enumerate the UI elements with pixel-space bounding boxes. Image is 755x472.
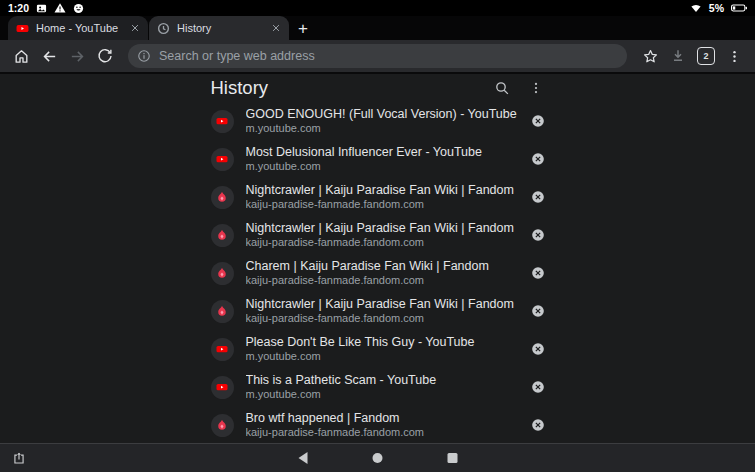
history-item-title: Nightcrawler | Kaiju Paradise Fan Wiki |… bbox=[246, 297, 519, 312]
remove-item-button[interactable] bbox=[531, 266, 545, 280]
remove-item-button[interactable] bbox=[531, 190, 545, 204]
history-item-text: Please Don't Be Like This Guy - YouTube … bbox=[246, 335, 519, 363]
history-item-title: Please Don't Be Like This Guy - YouTube bbox=[246, 335, 519, 350]
nav-recents-button[interactable] bbox=[447, 453, 457, 463]
history-item[interactable]: Please Don't Be Like This Guy - YouTube … bbox=[200, 330, 556, 368]
history-item-url: m.youtube.com bbox=[246, 388, 519, 401]
tab-title: Home - YouTube bbox=[36, 22, 122, 34]
history-item-url: m.youtube.com bbox=[246, 122, 519, 135]
omnibox-placeholder: Search or type web address bbox=[159, 49, 315, 63]
history-item-title: GOOD ENOUGH! (Full Vocal Version) - YouT… bbox=[246, 107, 519, 122]
browser-toolbar: Search or type web address 2 bbox=[0, 40, 755, 72]
fandom-flame-icon bbox=[216, 267, 228, 279]
history-item-url: m.youtube.com bbox=[246, 350, 519, 363]
tab-count-badge: 2 bbox=[697, 47, 715, 65]
status-bar-left: 1:20 bbox=[8, 2, 84, 14]
history-item-url: kaiju-paradise-fanmade.fandom.com bbox=[246, 274, 519, 287]
tab-history[interactable]: History bbox=[149, 16, 289, 40]
youtube-favicon bbox=[15, 21, 29, 35]
history-item-text: This is a Pathetic Scam - YouTube m.yout… bbox=[246, 373, 519, 401]
history-header-actions bbox=[493, 79, 545, 97]
site-favicon bbox=[211, 338, 234, 361]
history-item[interactable]: This is a Pathetic Scam - YouTube m.yout… bbox=[200, 368, 556, 406]
history-list: GOOD ENOUGH! (Full Vocal Version) - YouT… bbox=[200, 102, 556, 443]
tab-switcher-button[interactable]: 2 bbox=[693, 43, 719, 69]
history-item-url: m.youtube.com bbox=[246, 160, 519, 173]
nav-buttons bbox=[298, 452, 457, 464]
warning-notification-icon bbox=[54, 2, 66, 14]
share-screenshot-icon[interactable] bbox=[12, 451, 26, 465]
history-item-text: Nightcrawler | Kaiju Paradise Fan Wiki |… bbox=[246, 183, 519, 211]
home-button[interactable] bbox=[8, 43, 34, 69]
history-item-text: GOOD ENOUGH! (Full Vocal Version) - YouT… bbox=[246, 107, 519, 135]
remove-item-button[interactable] bbox=[531, 228, 545, 242]
youtube-icon bbox=[216, 343, 228, 355]
status-bar-right: 5% bbox=[690, 2, 747, 14]
battery-percent-text: 5% bbox=[709, 2, 724, 14]
screenshot-notification-icon bbox=[36, 3, 47, 14]
site-favicon bbox=[211, 376, 234, 399]
remove-item-button[interactable] bbox=[531, 418, 545, 432]
remove-item-button[interactable] bbox=[531, 304, 545, 318]
bookmark-star-button[interactable] bbox=[637, 43, 663, 69]
history-item-text: Most Delusional Influencer Ever - YouTub… bbox=[246, 145, 519, 173]
tab-close-icon[interactable] bbox=[129, 22, 141, 34]
history-item[interactable]: Nightcrawler | Kaiju Paradise Fan Wiki |… bbox=[200, 216, 556, 254]
history-item-title: This is a Pathetic Scam - YouTube bbox=[246, 373, 519, 388]
remove-item-button[interactable] bbox=[531, 114, 545, 128]
remove-item-button[interactable] bbox=[531, 380, 545, 394]
history-item-text: Charem | Kaiju Paradise Fan Wiki | Fando… bbox=[246, 259, 519, 287]
youtube-icon bbox=[216, 381, 228, 393]
history-item-url: kaiju-paradise-fanmade.fandom.com bbox=[246, 312, 519, 325]
clock-text: 1:20 bbox=[8, 2, 29, 14]
site-favicon bbox=[211, 186, 234, 209]
site-favicon bbox=[211, 224, 234, 247]
page-info-icon[interactable] bbox=[137, 49, 151, 63]
history-item-text: Nightcrawler | Kaiju Paradise Fan Wiki |… bbox=[246, 221, 519, 249]
history-item[interactable]: Charem | Kaiju Paradise Fan Wiki | Fando… bbox=[200, 254, 556, 292]
history-item-text: Nightcrawler | Kaiju Paradise Fan Wiki |… bbox=[246, 297, 519, 325]
back-button[interactable] bbox=[36, 43, 62, 69]
history-more-menu-icon[interactable] bbox=[527, 79, 545, 97]
wifi-icon bbox=[690, 2, 702, 14]
history-item[interactable]: Most Delusional Influencer Ever - YouTub… bbox=[200, 140, 556, 178]
forward-button[interactable] bbox=[64, 43, 90, 69]
history-item-title: Nightcrawler | Kaiju Paradise Fan Wiki |… bbox=[246, 183, 519, 198]
nav-back-button[interactable] bbox=[298, 452, 307, 464]
tab-home-youtube[interactable]: Home - YouTube bbox=[8, 16, 148, 40]
site-favicon bbox=[211, 414, 234, 437]
history-item[interactable]: Nightcrawler | Kaiju Paradise Fan Wiki |… bbox=[200, 178, 556, 216]
history-item-title: Nightcrawler | Kaiju Paradise Fan Wiki |… bbox=[246, 221, 519, 236]
youtube-icon bbox=[216, 153, 228, 165]
fandom-flame-icon bbox=[216, 191, 228, 203]
browser-menu-button[interactable] bbox=[721, 43, 747, 69]
history-item[interactable]: Nightcrawler | Kaiju Paradise Fan Wiki |… bbox=[200, 292, 556, 330]
history-item-url: kaiju-paradise-fanmade.fandom.com bbox=[246, 198, 519, 211]
history-page: History GOOD ENOUGH! (Full Vocal Version… bbox=[0, 72, 755, 443]
tab-close-icon[interactable] bbox=[270, 22, 282, 34]
tab-title: History bbox=[177, 22, 263, 34]
page-title: History bbox=[211, 77, 269, 99]
fandom-flame-icon bbox=[216, 229, 228, 241]
history-item[interactable]: GOOD ENOUGH! (Full Vocal Version) - YouT… bbox=[200, 102, 556, 140]
download-button[interactable] bbox=[665, 43, 691, 69]
history-item-url: kaiju-paradise-fanmade.fandom.com bbox=[246, 426, 519, 439]
refresh-button[interactable] bbox=[92, 43, 118, 69]
system-nav-bar bbox=[0, 443, 755, 472]
nav-home-button[interactable] bbox=[372, 453, 382, 463]
history-item-url: kaiju-paradise-fanmade.fandom.com bbox=[246, 236, 519, 249]
history-header: History bbox=[200, 74, 556, 102]
history-item-text: Bro wtf happened | Fandom kaiju-paradise… bbox=[246, 411, 519, 439]
site-favicon bbox=[211, 110, 234, 133]
history-column: History GOOD ENOUGH! (Full Vocal Version… bbox=[200, 74, 556, 443]
omnibox[interactable]: Search or type web address bbox=[128, 44, 627, 68]
new-tab-button[interactable]: + bbox=[290, 16, 316, 40]
battery-icon bbox=[731, 3, 747, 13]
history-item[interactable]: Bro wtf happened | Fandom kaiju-paradise… bbox=[200, 406, 556, 443]
remove-item-button[interactable] bbox=[531, 342, 545, 356]
fandom-flame-icon bbox=[216, 305, 228, 317]
remove-item-button[interactable] bbox=[531, 152, 545, 166]
site-favicon bbox=[211, 262, 234, 285]
history-item-title: Charem | Kaiju Paradise Fan Wiki | Fando… bbox=[246, 259, 519, 274]
search-icon[interactable] bbox=[493, 79, 511, 97]
